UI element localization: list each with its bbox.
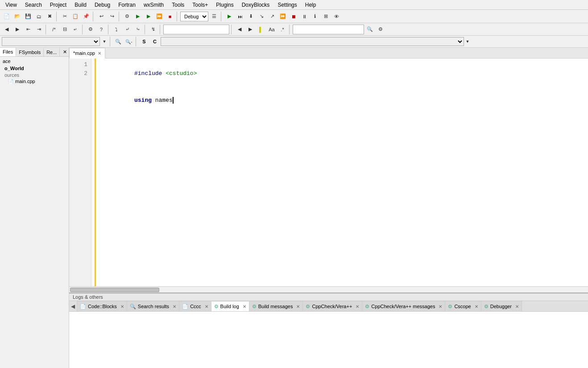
menu-tools[interactable]: Tools [168,1,188,9]
bottom-tab-search-results[interactable]: 🔍 Search results ✕ [127,301,179,312]
menu-doxyblocks[interactable]: DoxyBlocks [238,1,273,9]
build-messages-tab-close[interactable]: ✕ [296,304,300,309]
find-prev-button[interactable]: ◀ [235,25,244,34]
file-main-cpp[interactable]: 📄 main.cpp [1,78,68,84]
close-button[interactable]: ✖ [45,12,54,21]
debug-stop-button[interactable]: ⏹ [289,12,298,21]
bottom-tab-build-log[interactable]: ⚙ Build log ✕ [211,301,249,312]
debug-stepout-button[interactable]: ↗ [267,12,277,21]
bottom-content[interactable] [69,312,588,368]
sidebar-tab-re[interactable]: Re... [44,48,60,56]
editor-tab-main-cpp[interactable]: *main.cpp ✕ [69,48,105,59]
menu-toolsplus[interactable]: Tools+ [189,1,211,9]
debug-info-button[interactable]: ℹ [310,12,320,21]
word-wrap-button[interactable]: ↵ [70,25,80,34]
cppcheck-vera-tab-close[interactable]: ✕ [356,304,359,309]
debug-next-button[interactable]: ⏭ [235,12,245,21]
menu-settings[interactable]: Settings [274,1,300,9]
code-editor[interactable]: 1 2 #include <cstudio> using names [69,59,588,286]
build-log-tab-close[interactable]: ✕ [243,304,246,309]
regex-button[interactable]: .* [277,25,287,34]
back-button[interactable]: ◀ [2,25,12,34]
class-dropdown-btn[interactable]: ▼ [101,37,108,46]
copy-button[interactable]: 📋 [70,12,80,21]
jump-forward-button[interactable]: ⇥ [34,25,44,34]
menu-plugins[interactable]: Plugins [212,1,237,9]
jump-decl-button[interactable]: ⤶ [122,25,132,34]
sidebar-close-btn[interactable]: ✕ [61,48,69,56]
project-name[interactable]: o_World [1,65,68,72]
redo-button[interactable]: ↪ [107,12,117,21]
menu-view[interactable]: View [2,1,21,9]
symbols-s-button[interactable]: S [139,37,149,46]
paste-button[interactable]: 📌 [81,12,91,21]
new-button[interactable]: 📄 [2,12,12,21]
build-run-button[interactable]: ⏩ [154,12,164,21]
bottom-tab-cppcheck-vera[interactable]: ⚙ CppCheck/Vera++ ✕ [302,301,362,312]
method-dropdown[interactable] [161,37,464,46]
find-next-button[interactable]: ▶ [245,25,255,34]
zoom-out-button[interactable]: 🔍- [124,37,134,46]
menu-wxsmith[interactable]: wxSmith [140,1,167,9]
jump-back-button[interactable]: ⇤ [23,25,33,34]
debug-start-button[interactable]: ▶ [224,12,234,21]
open-button[interactable]: 📂 [12,12,22,21]
highlight-button[interactable]: ▌ [256,25,266,34]
debug-config-dropdown[interactable]: Debug [180,12,208,21]
config-button[interactable]: ☰ [209,12,219,21]
bottom-tab-codeblocks[interactable]: 📄 Code::Blocks ✕ [77,301,127,312]
code-content[interactable]: #include <cstudio> using names [96,59,588,286]
cppcheck-vera-messages-tab-close[interactable]: ✕ [439,304,442,309]
search-options-button[interactable]: ⚙ [376,25,385,34]
undo-button[interactable]: ↩ [96,12,106,21]
match-case-button[interactable]: Aa [267,25,277,34]
settings-button[interactable]: ⚙ [122,12,132,21]
stop-button[interactable]: ■ [165,12,175,21]
debug-watches-button[interactable]: 👁 [331,12,341,21]
debug-windows-button[interactable]: ⊞ [321,12,331,21]
replace-input[interactable] [293,27,364,32]
sidebar-tab-files[interactable]: Files [0,48,16,56]
search-button[interactable]: 🔍 [365,25,375,34]
settings2-button[interactable]: ⚙ [86,25,95,34]
save-all-button[interactable]: 🗂 [34,12,44,21]
method-dropdown-btn[interactable]: ▼ [464,37,471,46]
cut-button[interactable]: ✂ [60,12,70,21]
horizontal-scrollbar[interactable] [69,286,588,293]
symbols-c-button[interactable]: C [150,37,160,46]
build-button[interactable]: ▶ [133,12,143,21]
debugger-tab-close[interactable]: ✕ [515,304,519,309]
menu-debug[interactable]: Debug [91,1,114,9]
run-to-cursor-button[interactable]: ↯ [148,25,158,34]
run-button[interactable]: ▶ [144,12,153,21]
zoom-in-button[interactable]: 🔍 [113,37,123,46]
search-results-tab-close[interactable]: ✕ [173,304,176,309]
menu-search[interactable]: Search [21,1,46,9]
debug-stepin-button[interactable]: ↘ [257,12,266,21]
jump-def-button[interactable]: ⤵ [112,25,121,34]
menu-build[interactable]: Build [71,1,90,9]
bottom-tab-build-messages[interactable]: ⚙ Build messages ✕ [249,301,303,312]
bottom-tab-cccc[interactable]: 📄 Cccc ✕ [179,301,211,312]
debug-step-button[interactable]: ⬇ [246,12,256,21]
toggle-comment-button[interactable]: /* [49,25,59,34]
tabs-scroll-left[interactable]: ◀ [69,303,77,309]
jump-impl-button[interactable]: ⤷ [133,25,143,34]
search-input[interactable] [164,27,229,32]
scrollbar-thumb[interactable] [70,288,159,292]
help-button[interactable]: ? [96,25,106,34]
cscope-tab-close[interactable]: ✕ [475,304,478,309]
menu-fortran[interactable]: Fortran [115,1,139,9]
forward-button[interactable]: ▶ [12,25,22,34]
save-button[interactable]: 💾 [23,12,33,21]
class-dropdown[interactable] [2,37,100,46]
bottom-tab-cppcheck-vera-messages[interactable]: ⚙ CppCheck/Vera++ messages ✕ [362,301,445,312]
menu-project[interactable]: Project [46,1,70,9]
editor-tab-close-btn[interactable]: ✕ [98,51,101,56]
toggle-fold-button[interactable]: ⊟ [60,25,70,34]
bottom-tab-debugger[interactable]: ⚙ Debugger ✕ [481,301,522,312]
sidebar-tab-fsymbols[interactable]: FSymbols [16,48,44,56]
menu-help[interactable]: Help [302,1,320,9]
debug-pause-button[interactable]: ⏸ [299,12,309,21]
codeblocks-tab-close[interactable]: ✕ [120,304,124,309]
